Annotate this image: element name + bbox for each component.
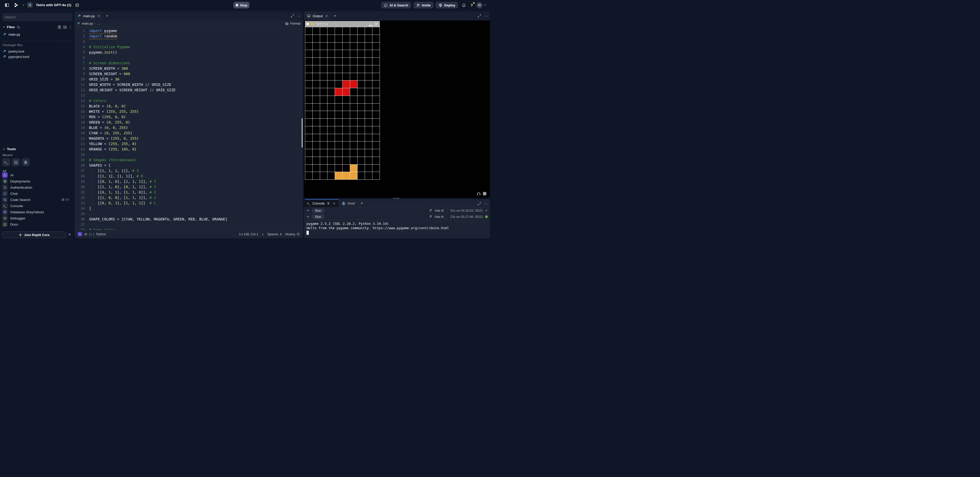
tool-item-chat[interactable]: Chat xyxy=(1,190,73,197)
tools-chevron-icon[interactable] xyxy=(3,148,5,151)
grid-cell xyxy=(372,73,380,81)
pygame-title-bar[interactable]: Tetris xyxy=(305,21,380,27)
invite-button[interactable]: Invite xyxy=(414,2,433,8)
files-header: Files xyxy=(7,25,15,29)
run-pill[interactable]: Run xyxy=(312,208,325,213)
cursor-position[interactable]: Ln 148, Col 1 xyxy=(239,233,258,236)
spaces-setting[interactable]: Spaces: 4 xyxy=(267,233,282,236)
ai-status-label[interactable]: AI xyxy=(84,233,87,236)
run-pill[interactable]: Run xyxy=(312,214,325,219)
tab-console[interactable]: >_ Console ✕ xyxy=(304,199,339,208)
new-file-icon[interactable] xyxy=(57,25,61,29)
ask-ai-button[interactable]: Ask AI xyxy=(435,209,444,212)
stop-button[interactable]: Stop xyxy=(233,2,250,8)
expand-pane-icon[interactable] xyxy=(291,14,294,18)
deploy-button[interactable]: Deploy xyxy=(436,2,458,8)
chevron-down-icon[interactable] xyxy=(22,4,25,6)
pane-menu-icon[interactable]: ⋯ xyxy=(297,14,301,18)
history-button[interactable]: History xyxy=(285,233,300,236)
grid-cell xyxy=(305,65,312,73)
replit-logo[interactable] xyxy=(13,2,19,8)
join-replit-core-button[interactable]: Join Replit Core xyxy=(2,231,67,238)
output-new-tab-button[interactable]: + xyxy=(331,11,339,21)
console-output[interactable]: pygame 2.5.2 (SDL 2.28.2, Python 3.10.14… xyxy=(304,220,490,235)
ai-status-icon[interactable] xyxy=(78,232,82,236)
account-menu[interactable]: DI xyxy=(476,2,486,8)
breadcrumb-more[interactable]: ... xyxy=(97,22,100,25)
recent-output-button[interactable] xyxy=(12,158,20,166)
console-menu-icon[interactable]: ⋯ xyxy=(484,202,488,206)
grid-cell xyxy=(350,172,357,179)
run-entry[interactable]: RunAsk AI51s on 03:26:53, 05/21✓ xyxy=(304,208,490,214)
file-item-pyproject.toml[interactable]: pyproject.toml xyxy=(1,54,73,59)
run-chevron-icon[interactable] xyxy=(307,209,309,212)
recent-console-button[interactable]: >_ xyxy=(2,158,10,166)
files-chevron-icon[interactable] xyxy=(3,25,5,28)
grid-cell xyxy=(350,157,357,164)
notifications-bell-icon[interactable] xyxy=(460,2,467,8)
ask-ai-button[interactable]: Ask AI xyxy=(435,215,444,219)
language-label[interactable]: Python xyxy=(96,233,106,236)
grid-cell xyxy=(328,81,335,88)
panel-resize-handle[interactable] xyxy=(393,198,399,199)
pygame-close-icon[interactable] xyxy=(374,22,379,26)
grid-cell xyxy=(335,73,342,81)
grid-cell xyxy=(343,119,350,126)
grid-cell xyxy=(358,35,365,42)
files-kebab-icon[interactable]: ⋮ xyxy=(69,25,72,28)
pygame-menu-icon[interactable] xyxy=(307,23,309,25)
file-item-poetry.lock[interactable]: poetry.lock xyxy=(1,48,73,54)
tool-item-authentication[interactable]: Authentication xyxy=(1,184,73,190)
new-tab-button[interactable]: + xyxy=(103,11,111,21)
repl-title[interactable]: Tetris with GPT-4o (1) xyxy=(36,3,71,7)
grid-cell xyxy=(372,149,380,157)
console-expand-icon[interactable] xyxy=(477,202,481,206)
search-input[interactable] xyxy=(4,15,70,19)
output-corner-box[interactable] xyxy=(483,192,486,195)
console-new-tab-button[interactable]: + xyxy=(358,199,366,208)
tool-item-docs[interactable]: Docs xyxy=(1,221,73,227)
grid-cell xyxy=(343,81,350,88)
search-box[interactable] xyxy=(2,13,73,21)
tool-item-code-search[interactable]: Code Search⌘⇧F xyxy=(1,197,73,203)
history-clock-icon xyxy=(296,233,300,236)
grid-cell xyxy=(305,35,312,42)
code-editor[interactable]: 1import pygame2import random34# Initiali… xyxy=(75,27,303,230)
pygame-window[interactable]: Tetris xyxy=(305,21,380,180)
breadcrumb-file[interactable]: main.py xyxy=(82,22,93,25)
tool-item-database[interactable]: Database (Key/Value) xyxy=(1,209,73,215)
ai-search-button[interactable]: AI & Search xyxy=(381,2,411,8)
help-button[interactable]: ? xyxy=(469,3,474,8)
tool-item-ai[interactable]: AI xyxy=(1,172,73,178)
audio-headphones-icon[interactable] xyxy=(477,192,481,196)
tool-item-debugger[interactable]: Debugger xyxy=(1,215,73,221)
editor-scrollbar-thumb[interactable] xyxy=(302,118,303,147)
output-expand-icon[interactable] xyxy=(477,14,481,18)
grid-cell xyxy=(335,81,342,88)
repl-app-icon[interactable] xyxy=(27,2,33,8)
new-folder-icon[interactable] xyxy=(63,25,67,29)
line-number: 8 xyxy=(75,66,89,71)
file-item-main.py[interactable]: main.py xyxy=(1,32,73,37)
console-tab-close-icon[interactable]: ✕ xyxy=(332,201,336,205)
format-button[interactable]: Format xyxy=(285,22,300,25)
layout-icon[interactable] xyxy=(74,2,81,8)
run-chevron-icon[interactable] xyxy=(307,215,309,218)
join-core-close-icon[interactable]: ✕ xyxy=(68,233,71,236)
tab-output[interactable]: Output ✕ xyxy=(304,11,331,21)
recent-shell-button[interactable] xyxy=(22,158,30,166)
run-entry[interactable]: RunAsk AI13s on 03:27:46, 05/21 xyxy=(304,214,490,220)
output-menu-icon[interactable]: ⋯ xyxy=(484,14,488,18)
code-line: 17RED = (255, 0, 0) xyxy=(75,114,303,120)
clear-console-trash-icon[interactable] xyxy=(327,202,330,205)
grid-cell xyxy=(343,103,350,111)
tool-item-console[interactable]: >_Console xyxy=(1,203,73,209)
sidebar-toggle-icon[interactable] xyxy=(3,2,10,8)
tab-main-py[interactable]: main.py ✕ xyxy=(75,11,103,21)
tool-item-deployments[interactable]: Deployments xyxy=(1,178,73,184)
grid-cell xyxy=(313,58,320,65)
pygame-minimize-icon[interactable] xyxy=(369,25,372,26)
tab-shell[interactable]: Shell xyxy=(339,199,358,208)
output-tab-close-icon[interactable]: ✕ xyxy=(325,14,328,18)
tab-close-icon[interactable]: ✕ xyxy=(97,14,100,18)
